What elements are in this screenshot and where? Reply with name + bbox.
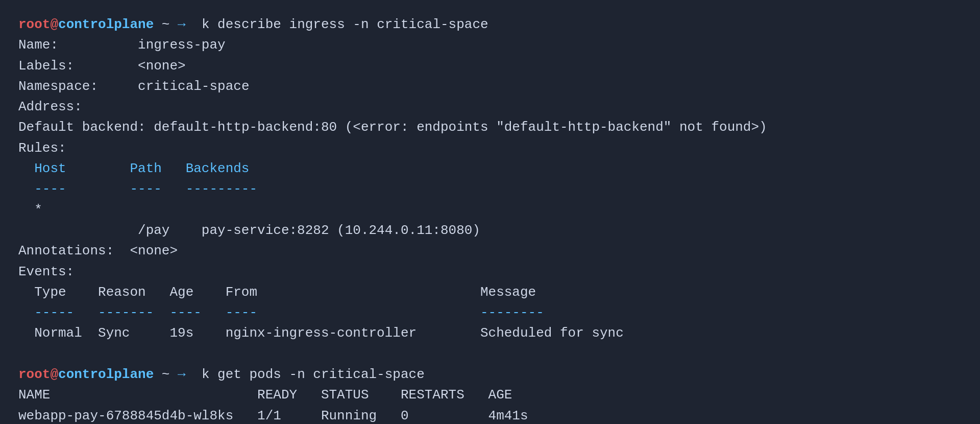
prompt-at-1: @: [50, 14, 58, 35]
output-name: Name: ingress-pay: [18, 35, 962, 55]
output-default-backend: Default backend: default-http-backend:80…: [18, 117, 962, 137]
pods-header: NAME READY STATUS RESTARTS AGE: [18, 385, 962, 405]
rules-header: Host Path Backends: [18, 158, 962, 179]
events-header: Type Reason Age From Message: [18, 282, 962, 302]
terminal: root@controlplane ~ → k describe ingress…: [18, 14, 962, 410]
output-address: Address:: [18, 97, 962, 117]
prompt-host-1: controlplane: [58, 14, 154, 35]
prompt-tilde-1: ~: [154, 14, 178, 35]
rules-separator: ---- ---- ---------: [18, 179, 962, 199]
spacer-1: [18, 344, 962, 364]
prompt-tilde-2: ~: [154, 364, 178, 385]
output-namespace: Namespace: critical-space: [18, 76, 962, 97]
prompt-arrow-1: →: [178, 14, 186, 35]
rules-path: /pay pay-service:8282 (10.244.0.11:8080): [18, 220, 962, 241]
rules-wildcard: *: [18, 200, 962, 220]
prompt-cmd-2: k get pods -n critical-space: [186, 364, 425, 385]
prompt-cmd-1: k describe ingress -n critical-space: [186, 14, 488, 35]
output-events-label: Events:: [18, 262, 962, 282]
output-annotations: Annotations: <none>: [18, 241, 962, 261]
output-rules-label: Rules:: [18, 138, 962, 158]
prompt-host-2: controlplane: [58, 364, 154, 385]
command-line-2: root@controlplane ~ → k get pods -n crit…: [18, 364, 962, 385]
prompt-user-1: root: [18, 14, 50, 35]
events-row: Normal Sync 19s nginx-ingress-controller…: [18, 323, 962, 343]
command-line-1: root@controlplane ~ → k describe ingress…: [18, 14, 962, 35]
prompt-user-2: root: [18, 364, 50, 385]
output-labels: Labels: <none>: [18, 56, 962, 76]
pods-row: webapp-pay-6788845d4b-wl8ks 1/1 Running …: [18, 406, 962, 424]
events-sep: ----- ------- ---- ---- --------: [18, 302, 962, 323]
prompt-at-2: @: [50, 364, 58, 385]
prompt-arrow-2: →: [178, 364, 186, 385]
